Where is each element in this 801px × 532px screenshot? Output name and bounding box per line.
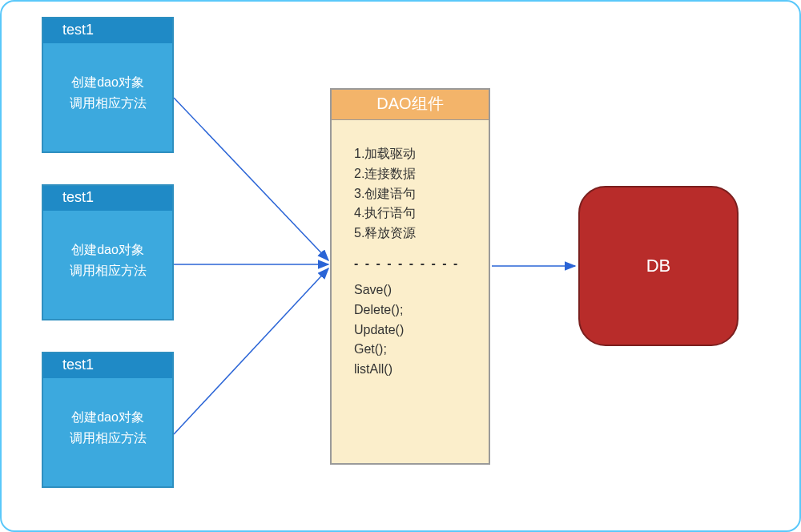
test-box-body: 创建dao对象 调用相应方法 <box>43 72 172 113</box>
dao-step: 2.连接数据 <box>354 164 474 184</box>
test-line2: 调用相应方法 <box>43 428 172 449</box>
dao-step: 5.释放资源 <box>354 224 474 244</box>
test-line1: 创建dao对象 <box>43 72 172 93</box>
dao-step: 1.加载驱动 <box>354 144 474 164</box>
svg-line-3 <box>174 268 328 434</box>
test-line2: 调用相应方法 <box>43 93 172 114</box>
svg-line-1 <box>174 98 328 260</box>
db-node: DB <box>578 186 739 346</box>
dao-method: Update() <box>354 320 474 341</box>
test-box-body: 创建dao对象 调用相应方法 <box>43 240 172 280</box>
test-box-1: test1 创建dao对象 调用相应方法 <box>42 17 174 153</box>
test-box-header: test1 <box>43 353 172 378</box>
dao-methods: Save() Delete(); Update() Get(); listAll… <box>354 280 474 380</box>
test-line1: 创建dao对象 <box>43 407 172 428</box>
dao-step: 3.创建语句 <box>354 184 474 204</box>
test-box-header: test1 <box>43 18 172 43</box>
db-label: DB <box>646 256 671 276</box>
dao-body: 1.加载驱动 2.连接数据 3.创建语句 4.执行语句 5.释放资源 - - -… <box>332 120 489 380</box>
dao-method: Delete(); <box>354 300 474 320</box>
dao-method: Get(); <box>354 340 474 360</box>
dao-step: 4.执行语句 <box>354 204 474 224</box>
test-box-body: 创建dao对象 调用相应方法 <box>43 407 172 448</box>
dao-header: DAO组件 <box>332 90 489 120</box>
test-line1: 创建dao对象 <box>43 240 172 260</box>
dao-component: DAO组件 1.加载驱动 2.连接数据 3.创建语句 4.执行语句 5.释放资源… <box>330 88 490 465</box>
test-box-3: test1 创建dao对象 调用相应方法 <box>42 352 174 488</box>
test-box-header: test1 <box>43 186 172 211</box>
test-box-2: test1 创建dao对象 调用相应方法 <box>42 184 174 320</box>
diagram-canvas: test1 创建dao对象 调用相应方法 test1 创建dao对象 调用相应方… <box>0 0 801 532</box>
dao-steps: 1.加载驱动 2.连接数据 3.创建语句 4.执行语句 5.释放资源 <box>354 144 474 244</box>
dao-method: listAll() <box>354 360 474 380</box>
dao-method: Save() <box>354 280 474 300</box>
dao-divider: - - - - - - - - - - <box>354 256 474 271</box>
test-line2: 调用相应方法 <box>43 260 172 281</box>
